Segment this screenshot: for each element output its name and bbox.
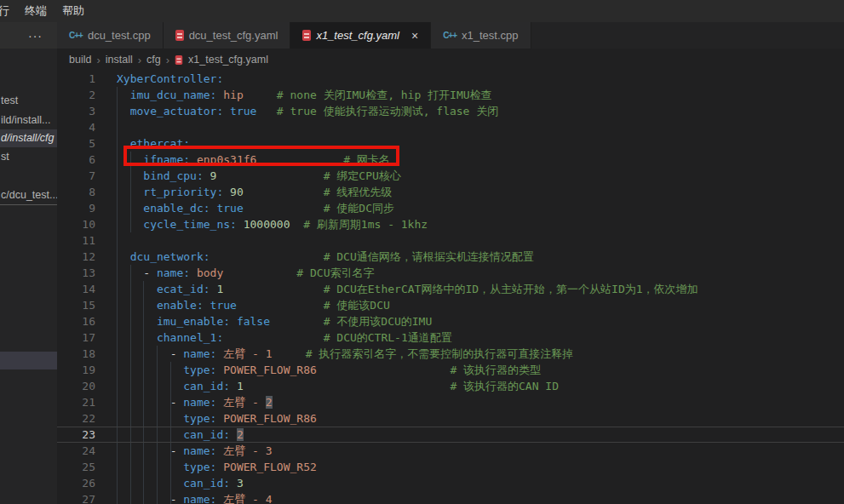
menu-item-run[interactable]: 行 (0, 0, 17, 22)
code-editor[interactable]: 1XyberController:2 imu_dcu_name: hip # n… (57, 71, 844, 504)
line-number[interactable]: 21 (57, 394, 95, 410)
code-line[interactable]: 17 channel_1: # DCU的CTRL-1通道配置 (57, 329, 844, 346)
editor-group: C++ dcu_test.cpp dcu_test_cfg.yaml x1_te… (57, 22, 844, 504)
close-icon[interactable]: × (411, 30, 418, 42)
tree-item-selected[interactable]: d/install/cfg (0, 129, 57, 147)
breadcrumb-item[interactable]: cfg (146, 54, 161, 66)
code-text: imu_dcu_name: hip # none 关闭IMU检查, hip 打开… (117, 89, 492, 101)
code-text: - name: 左臂 - 4 (117, 493, 273, 504)
tab-x1-test-cfg-yaml[interactable]: x1_test_cfg.yaml × (290, 22, 431, 49)
code-line[interactable]: 22 type: POWER_FLOW_R86 (57, 410, 844, 427)
line-number[interactable]: 5 (57, 135, 95, 152)
tab-label: dcu_test_cfg.yaml (189, 29, 278, 42)
code-line[interactable]: 23 can_id: 2 (57, 427, 844, 443)
line-number[interactable]: 3 (57, 103, 95, 119)
code-line[interactable]: 9 enable_dc: true # 使能DC同步 (57, 200, 844, 216)
tree-item[interactable]: st (0, 148, 57, 166)
code-line[interactable]: 14 ecat_id: 1 # DCU在EtherCAT网络中的ID，从主站开始… (57, 281, 844, 297)
line-number[interactable]: 13 (57, 265, 95, 281)
line-number[interactable]: 16 (57, 313, 95, 329)
line-number[interactable]: 6 (57, 152, 95, 168)
code-line[interactable]: 3 move_actuator: true # true 使能执行器运动测试, … (57, 103, 844, 119)
code-line[interactable]: 16 imu_enable: false # 不使用该DCU的IMU (57, 313, 844, 329)
tree-selection-bar (0, 352, 57, 369)
line-number[interactable]: 14 (57, 281, 95, 297)
code-line[interactable]: 2 imu_dcu_name: hip # none 关闭IMU检查, hip … (57, 87, 844, 103)
code-line[interactable]: 10 cycle_time_ns: 1000000 # 刷新周期1ms - 1k… (57, 216, 844, 232)
code-text: rt_priority: 90 # 线程优先级 (117, 186, 392, 198)
code-line[interactable]: 5 ethercat: (57, 135, 844, 152)
code-text: bind_cpu: 9 # 绑定CPU核心 (117, 169, 401, 182)
code-text: enable: true # 使能该DCU (117, 299, 390, 312)
line-number[interactable]: 23 (57, 427, 95, 443)
code-line[interactable]: 15 enable: true # 使能该DCU (57, 297, 844, 313)
code-text: - name: 左臂 - 2 (117, 396, 273, 409)
line-number[interactable]: 2 (57, 87, 95, 103)
menu-item-help[interactable]: 帮助 (55, 0, 92, 22)
code-line[interactable]: 12 dcu_network: # DCU通信网络，请根据实机连接情况配置 (57, 249, 844, 265)
code-text: cycle_time_ns: 1000000 # 刷新周期1ms - 1khz (117, 218, 428, 231)
code-text: dcu_network: # DCU通信网络，请根据实机连接情况配置 (117, 250, 534, 263)
code-text: imu_enable: false # 不使用该DCU的IMU (117, 315, 432, 328)
tab-bar: C++ dcu_test.cpp dcu_test_cfg.yaml x1_te… (57, 22, 844, 49)
line-number[interactable]: 18 (57, 346, 95, 362)
code-line[interactable]: 20 can_id: 1 # 该执行器的CAN ID (57, 378, 844, 394)
breadcrumb-item[interactable]: build (69, 54, 91, 66)
code-line[interactable]: 25 type: POWER_FLOW_R52 (57, 459, 844, 475)
line-number[interactable]: 11 (57, 232, 95, 249)
more-actions-icon[interactable]: ··· (28, 24, 43, 48)
line-number[interactable]: 15 (57, 297, 95, 313)
line-number[interactable]: 27 (57, 491, 95, 504)
line-number[interactable]: 22 (57, 410, 95, 427)
line-number[interactable]: 19 (57, 362, 95, 378)
tab-label: dcu_test.cpp (88, 29, 151, 42)
breadcrumb: build › install › cfg › x1_test_cfg.yaml (57, 49, 844, 71)
menu-item-terminal[interactable]: 终端 (17, 0, 55, 22)
line-number[interactable]: 7 (57, 168, 95, 184)
code-line[interactable]: 19 type: POWER_FLOW_R86 # 该执行器的类型 (57, 362, 844, 378)
tab-x1-test-cpp[interactable]: C++ x1_test.cpp (431, 22, 531, 49)
line-number[interactable]: 26 (57, 475, 95, 491)
chevron-right-icon: › (96, 54, 100, 66)
tab-label: x1_test.cpp (462, 29, 519, 42)
code-text: ecat_id: 1 # DCU在EtherCAT网络中的ID，从主站开始，第一… (117, 283, 698, 295)
code-line[interactable]: 27 - name: 左臂 - 4 (57, 491, 844, 504)
cpp-file-icon: C++ (443, 31, 456, 40)
vscode-window: 行 终端 帮助 ··· test ild/install... d/instal… (0, 0, 844, 504)
tree-item[interactable]: ild/install... (0, 112, 57, 129)
line-number[interactable]: 24 (57, 443, 95, 459)
yaml-file-icon (175, 30, 184, 41)
code-line[interactable]: 6 ifname: enp0s31f6 # 网卡名 (57, 152, 844, 168)
tab-dcu-test-cpp[interactable]: C++ dcu_test.cpp (57, 22, 164, 49)
code-line[interactable]: 11 (57, 232, 844, 249)
code-line[interactable]: 1XyberController: (57, 71, 844, 87)
line-number[interactable]: 25 (57, 459, 95, 475)
breadcrumb-file[interactable]: x1_test_cfg.yaml (188, 54, 268, 66)
line-number[interactable]: 1 (57, 71, 95, 87)
tab-dcu-test-cfg-yaml[interactable]: dcu_test_cfg.yaml (164, 22, 291, 49)
code-line[interactable]: 26 can_id: 3 (57, 475, 844, 491)
tab-bar-empty-space (531, 22, 844, 49)
tab-label: x1_test_cfg.yaml (316, 29, 399, 42)
code-text: enable_dc: true # 使能DC同步 (117, 202, 394, 215)
code-lines: 1XyberController:2 imu_dcu_name: hip # n… (57, 71, 844, 504)
code-line[interactable]: 4 (57, 119, 844, 135)
code-text: - name: 左臂 - 1 # 执行器索引名字，不需要控制的执行器可直接注释掉 (117, 347, 573, 360)
line-number[interactable]: 8 (57, 184, 95, 200)
code-line[interactable]: 24 - name: 左臂 - 3 (57, 443, 844, 459)
code-text: type: POWER_FLOW_R86 (117, 412, 317, 425)
tree-item[interactable]: test (0, 92, 57, 110)
line-number[interactable]: 4 (57, 119, 95, 135)
tree-item[interactable]: c/dcu_test... (0, 186, 57, 205)
line-number[interactable]: 20 (57, 378, 95, 394)
breadcrumb-item[interactable]: install (106, 54, 133, 66)
code-line[interactable]: 13 - name: body # DCU索引名字 (57, 265, 844, 281)
code-line[interactable]: 18 - name: 左臂 - 1 # 执行器索引名字，不需要控制的执行器可直接… (57, 346, 844, 362)
code-line[interactable]: 21 - name: 左臂 - 2 (57, 394, 844, 410)
code-line[interactable]: 7 bind_cpu: 9 # 绑定CPU核心 (57, 168, 844, 184)
line-number[interactable]: 12 (57, 249, 95, 265)
line-number[interactable]: 9 (57, 200, 95, 216)
line-number[interactable]: 17 (57, 329, 95, 346)
code-line[interactable]: 8 rt_priority: 90 # 线程优先级 (57, 184, 844, 200)
line-number[interactable]: 10 (57, 216, 95, 232)
